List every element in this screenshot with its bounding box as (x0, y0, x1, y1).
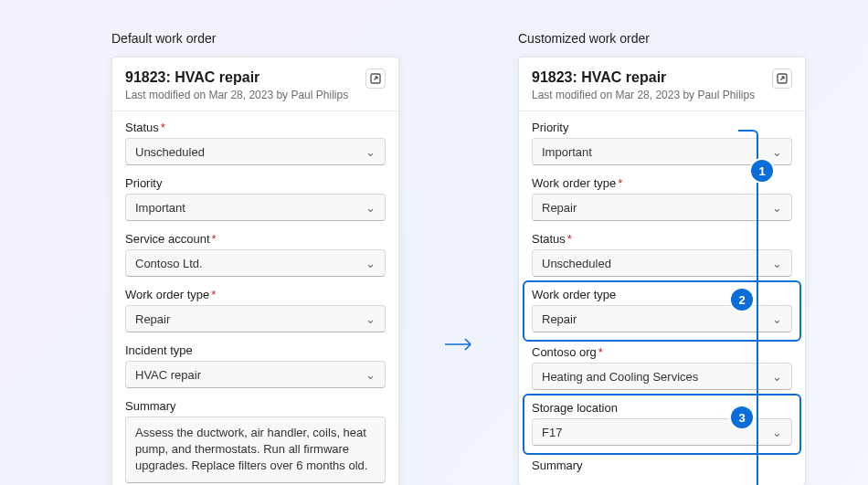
arrow-right-icon (443, 336, 474, 356)
field-status: Status* Unscheduled ⌄ (125, 121, 386, 165)
callout-badge-2: 2 (731, 289, 753, 311)
card-title: 91823: HVAC repair (532, 69, 755, 87)
field-service-account: Service account* Contoso Ltd. ⌄ (125, 232, 386, 277)
default-column: Default work order 91823: HVAC repair La… (111, 31, 399, 485)
status-select[interactable]: Unscheduled ⌄ (125, 138, 386, 165)
incident-type-select[interactable]: HVAC repair ⌄ (125, 361, 386, 388)
priority-select[interactable]: Important ⌄ (125, 194, 386, 221)
field-summary: Summary Assess the ductwork, air handler… (125, 399, 386, 483)
chevron-down-icon: ⌄ (772, 312, 782, 326)
card-subtitle: Last modified on Mar 28, 2023 by Paul Ph… (125, 89, 348, 101)
field-incident-type: Incident type HVAC repair ⌄ (125, 343, 386, 388)
expand-icon (370, 73, 381, 84)
expand-icon (777, 73, 788, 84)
select-value: Repair (135, 312, 170, 326)
chevron-down-icon: ⌄ (772, 426, 782, 439)
work-order-type-select[interactable]: Repair ⌄ (125, 305, 386, 332)
field-label: Incident type (125, 343, 386, 357)
select-value: Unscheduled (542, 257, 611, 270)
select-value: Important (135, 201, 185, 215)
expand-button[interactable] (365, 69, 386, 89)
select-value: Repair (542, 201, 577, 215)
select-value: HVAC repair (135, 368, 201, 382)
card-header: 91823: HVAC repair Last modified on Mar … (519, 58, 805, 111)
summary-textarea[interactable]: Assess the ductwork, air handler, coils,… (125, 416, 386, 483)
expand-button[interactable] (772, 69, 792, 89)
field-work-order-type-highlight: Work order type Repair ⌄ (523, 280, 801, 342)
chevron-down-icon: ⌄ (772, 201, 782, 215)
select-value: Important (542, 145, 592, 159)
card-title: 91823: HVAC repair (125, 69, 348, 87)
field-label: Service account* (125, 232, 386, 246)
chevron-down-icon: ⌄ (365, 312, 376, 326)
field-priority: Priority Important ⌄ (125, 176, 386, 221)
field-label: Summary (125, 399, 386, 413)
card-subtitle: Last modified on Mar 28, 2023 by Paul Ph… (532, 89, 755, 101)
field-label: Priority (125, 176, 386, 190)
card-header: 91823: HVAC repair Last modified on Mar … (112, 58, 398, 111)
customized-heading: Customized work order (518, 31, 806, 46)
chevron-down-icon: ⌄ (772, 370, 782, 384)
select-value: Heating and Cooling Services (542, 370, 698, 384)
chevron-down-icon: ⌄ (365, 368, 376, 382)
chevron-down-icon: ⌄ (365, 201, 376, 215)
field-storage-location-highlight: Storage location F17 ⌄ (523, 394, 801, 455)
chevron-down-icon: ⌄ (772, 145, 782, 159)
field-label: Work order type* (125, 288, 386, 301)
customized-column: Customized work order 91823: HVAC repair… (518, 31, 806, 485)
default-heading: Default work order (111, 31, 399, 46)
chevron-down-icon: ⌄ (365, 257, 376, 270)
callout-badge-1: 1 (751, 160, 773, 182)
field-work-order-type: Work order type* Repair ⌄ (125, 288, 386, 332)
select-value: Repair (542, 312, 577, 326)
default-card: 91823: HVAC repair Last modified on Mar … (111, 57, 399, 485)
chevron-down-icon: ⌄ (772, 257, 782, 270)
service-account-select[interactable]: Contoso Ltd. ⌄ (125, 249, 386, 277)
select-value: Contoso Ltd. (135, 257, 203, 270)
customized-card: 91823: HVAC repair Last modified on Mar … (518, 57, 806, 485)
field-label: Status* (125, 121, 386, 134)
callout-badge-3: 3 (731, 406, 753, 428)
select-value: Unscheduled (135, 145, 205, 159)
select-value: F17 (542, 426, 562, 439)
chevron-down-icon: ⌄ (365, 145, 376, 159)
